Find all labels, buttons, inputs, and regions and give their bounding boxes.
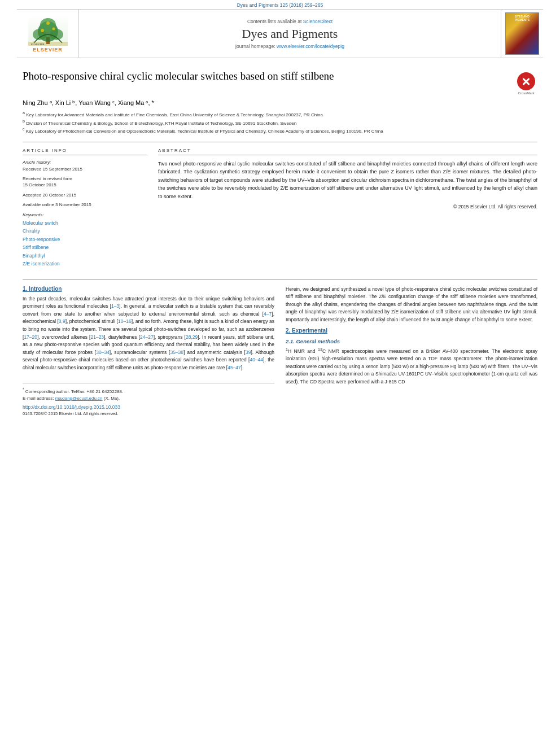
article-info-label: ARTICLE INFO [23, 148, 147, 155]
corresponding-author: * Corresponding author. Tel/fax: +86 21 … [23, 387, 274, 402]
experimental-heading: 2. Experimental [286, 327, 537, 334]
keyword-ze-isomerization: Z/E isomerization [23, 260, 147, 268]
footer-section: * Corresponding author. Tel/fax: +86 21 … [23, 383, 274, 416]
intro-paragraph: In the past decades, molecular switches … [23, 295, 274, 372]
intro-continuation: Herein, we designed and synthesized a no… [286, 286, 537, 324]
journal-center: Contents lists available at ScienceDirec… [79, 10, 501, 58]
authors: Ning Zhu ᵃ, Xin Li ᵇ, Yuan Wang ᶜ, Xiang… [23, 99, 537, 107]
email-link[interactable]: maxiang@ecust.edu.cn [55, 396, 103, 401]
elsevier-tree-image: ELSEVIER [28, 15, 68, 46]
crossmark-label: CrossMark [518, 91, 534, 95]
issn-line: 0143-7208/© 2015 Elsevier Ltd. All right… [23, 411, 274, 416]
keyword-photo-responsive: Photo-responsive [23, 235, 147, 243]
keywords-label: Keywords: [23, 212, 147, 217]
body-content: 1. Introduction In the past decades, mol… [23, 286, 537, 417]
intro-heading: 1. Introduction [23, 286, 274, 292]
article-info-abstract: ARTICLE INFO Article history: Received 1… [23, 148, 537, 268]
received-date: Received 15 September 2015 [23, 166, 147, 172]
elsevier-brand: ELSEVIER [33, 47, 63, 53]
sciencedirect-link[interactable]: ScienceDirect [303, 19, 333, 24]
keyword-molecular-switch: Molecular switch [23, 219, 147, 227]
article-title: Photo-responsive chiral cyclic molecular… [23, 69, 509, 84]
elsevier-logo: ELSEVIER ELSEVIER [17, 10, 79, 58]
journal-homepage: journal homepage: www.elsevier.com/locat… [235, 43, 344, 49]
cover-title: DYES AND PIGMENTS [508, 15, 537, 21]
cover-image: DYES AND PIGMENTS [505, 12, 539, 55]
svg-text:ELSEVIER: ELSEVIER [31, 43, 45, 46]
doi-link[interactable]: http://dx.doi.org/10.1016/j.dyepig.2015.… [23, 404, 274, 410]
journal-name: Dyes and Pigments [242, 27, 338, 41]
abstract-label: ABSTRACT [158, 148, 537, 155]
accepted-date: Accepted 20 October 2015 [23, 192, 147, 198]
right-col: Herein, we designed and synthesized a no… [286, 286, 537, 417]
affiliation-a: a Key Laboratory for Advanced Materials … [23, 110, 537, 119]
left-col: 1. Introduction In the past decades, mol… [23, 286, 274, 417]
keyword-chirality: Chirality [23, 227, 147, 235]
sciencedirect-line: Contents lists available at ScienceDirec… [247, 19, 333, 24]
svg-point-6 [52, 28, 55, 30]
article-info-panel: ARTICLE INFO Article history: Received 1… [23, 148, 147, 268]
abstract-text: Two novel photo-responsive chiral cyclic… [158, 160, 537, 200]
crossmark-badge[interactable]: CrossMark [515, 72, 537, 95]
revised-date: Received in revised form15 October 2015 [23, 176, 147, 188]
general-methods-text: 1H NMR and 13C NMR spectroscopies were m… [286, 347, 537, 386]
abstract-panel: ABSTRACT Two novel photo-responsive chir… [158, 148, 537, 268]
affiliation-c: c Key Laboratory of Photochemical Conver… [23, 126, 537, 135]
available-date: Available online 3 November 2015 [23, 202, 147, 208]
article-title-section: Photo-responsive chiral cyclic molecular… [23, 69, 537, 95]
journal-homepage-link[interactable]: www.elsevier.com/locate/dyepig [277, 43, 344, 49]
affiliation-b: b Division of Theoretical Chemistry & Bi… [23, 119, 537, 127]
keyword-stiff-stilbene: Stiff stilbene [23, 243, 147, 251]
general-methods-heading: 2.1. General methods [286, 338, 537, 344]
abstract-copyright: © 2015 Elsevier Ltd. All rights reserved… [158, 204, 537, 209]
svg-point-7 [46, 21, 50, 25]
history-label: Article history: [23, 160, 147, 165]
journal-cover: DYES AND PIGMENTS [501, 10, 543, 58]
doi-bar: Dyes and Pigments 125 (2016) 259–265 [0, 0, 560, 9]
affiliations: a Key Laboratory for Advanced Materials … [23, 110, 537, 135]
crossmark-icon [517, 72, 535, 90]
divider-1 [23, 142, 537, 142]
divider-2 [23, 279, 537, 280]
journal-header: ELSEVIER ELSEVIER Contents lists availab… [17, 9, 543, 58]
main-content: Photo-responsive chiral cyclic molecular… [0, 58, 560, 427]
keyword-binaphthyl: Binaphthyl [23, 252, 147, 260]
svg-point-5 [41, 29, 44, 32]
